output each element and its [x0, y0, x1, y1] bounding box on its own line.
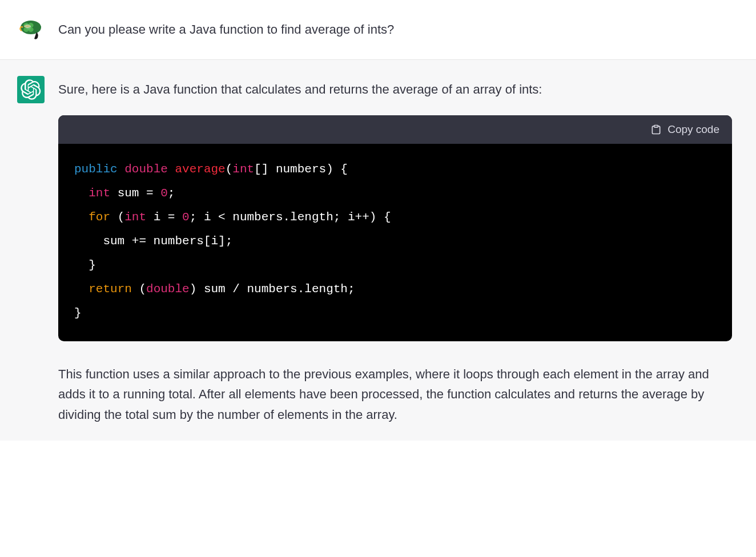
assistant-avatar	[17, 76, 45, 103]
user-avatar-icon: DAY	[17, 16, 45, 43]
copy-code-label: Copy code	[667, 123, 719, 136]
svg-rect-4	[654, 126, 658, 127]
code-token: ;	[168, 187, 175, 200]
code-token: (	[132, 282, 146, 296]
code-token: return	[89, 282, 132, 296]
code-token: ; i < numbers.length; i++) {	[190, 211, 391, 224]
code-token: public	[74, 163, 118, 176]
code-token: for	[89, 211, 110, 224]
user-question-text: Can you please write a Java function to …	[58, 16, 732, 43]
code-token: (	[110, 211, 124, 224]
code-token: double	[124, 163, 168, 176]
code-token: double	[146, 282, 190, 296]
assistant-explanation-text: This function uses a similar approach to…	[58, 364, 732, 425]
code-token: average	[175, 163, 225, 176]
code-token: int	[124, 211, 146, 224]
code-block: Copy code public double average(int[] nu…	[58, 115, 732, 341]
code-token: sum += numbers[i];	[74, 235, 232, 248]
code-token: ) sum / numbers.length;	[190, 282, 355, 296]
code-content: public double average(int[] numbers) { i…	[58, 144, 732, 341]
code-token: [] numbers) {	[254, 163, 348, 176]
user-avatar: DAY	[17, 16, 45, 43]
assistant-content: Sure, here is a Java function that calcu…	[58, 76, 732, 425]
assistant-message: Sure, here is a Java function that calcu…	[0, 60, 756, 441]
copy-code-button[interactable]: Copy code	[650, 123, 719, 136]
code-header: Copy code	[58, 115, 732, 144]
assistant-intro-text: Sure, here is a Java function that calcu…	[58, 79, 732, 99]
code-token: }	[74, 306, 82, 320]
clipboard-icon	[650, 124, 662, 135]
code-token: 0	[160, 187, 168, 200]
user-message: DAY Can you please write a Java function…	[0, 0, 756, 60]
code-token: }	[74, 259, 96, 272]
code-token: 0	[182, 211, 190, 224]
assistant-logo-icon	[21, 79, 41, 100]
code-token: int	[89, 187, 110, 200]
code-token: i =	[146, 211, 182, 224]
code-token: int	[232, 163, 254, 176]
code-token: sum =	[110, 187, 160, 200]
svg-text:DAY: DAY	[25, 25, 31, 28]
